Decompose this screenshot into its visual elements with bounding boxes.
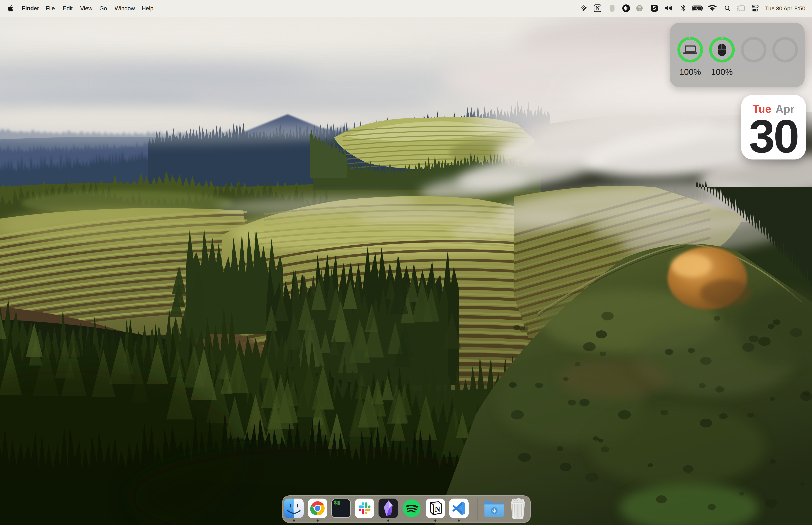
svg-text:N: N bbox=[435, 505, 440, 513]
